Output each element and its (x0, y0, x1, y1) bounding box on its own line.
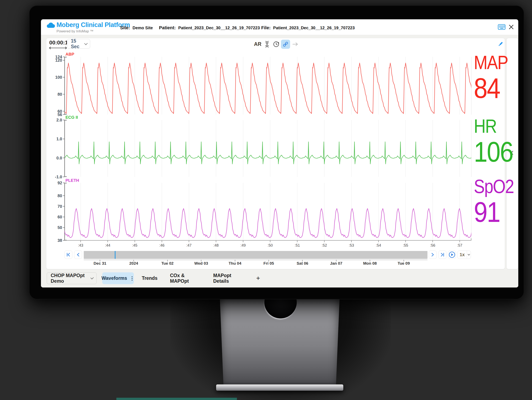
pleth-label: PLETH (65, 178, 79, 183)
timeline-label: Wed 03 (194, 261, 208, 266)
abp-chart: 124120100806056ABP (55, 52, 473, 117)
svg-text::45: :45 (132, 243, 137, 247)
play-icon (449, 251, 455, 258)
vital-map-label: MAP (474, 53, 508, 72)
speed-caret (467, 251, 471, 259)
svg-text::44: :44 (105, 243, 110, 247)
chevron-left-icon (76, 253, 80, 257)
tab-mapopt-details[interactable]: MAPopt Details (213, 272, 243, 284)
tab-cox-mapopt[interactable]: COx & MAPOpt (170, 272, 199, 284)
svg-text::57: :57 (457, 243, 462, 247)
svg-text:-1.0: -1.0 (55, 175, 62, 179)
tab-mapopt-details-label: MAPopt Details (213, 273, 243, 284)
vital-map: MAP 84 (474, 53, 508, 102)
dataset-selector-value: CHOP MAPOpt Demo (51, 273, 91, 284)
timeline-label: Tue 09 (398, 261, 410, 266)
playback-speed-value: 1x (458, 251, 467, 259)
svg-text::47: :47 (186, 243, 192, 247)
x-axis: :43:44:45:46:47:48:49:50:51:52:53:54:55:… (65, 238, 471, 247)
svg-text:56: 56 (57, 112, 62, 117)
vital-hr-value: 106 (474, 137, 513, 166)
ecg-label: ECG II (65, 115, 78, 120)
add-tab-button[interactable]: + (254, 272, 262, 284)
svg-text:80: 80 (57, 193, 62, 198)
svg-text:60: 60 (57, 215, 62, 219)
waveform-canvas[interactable]: 124120100806056ABP2.01.00.0-1.0ECG II928… (0, 0, 532, 400)
svg-text::49: :49 (241, 243, 246, 247)
pleth-waveform (63, 209, 473, 238)
playback-speed-button[interactable]: 1x (457, 251, 471, 259)
timeline-label: Tue 02 (161, 261, 173, 266)
svg-text:70: 70 (57, 204, 62, 209)
svg-text:120: 120 (55, 58, 62, 62)
pleth-chart: 928070605038PLETH (57, 178, 473, 243)
svg-text::46: :46 (159, 243, 164, 247)
add-tab-label: + (256, 274, 260, 282)
svg-text::54: :54 (376, 243, 381, 247)
tab-waveforms-label: Waveforms (101, 276, 127, 281)
svg-text:100: 100 (55, 75, 62, 80)
svg-text:50: 50 (57, 225, 62, 230)
vital-spo2: SpO2 91 (474, 177, 514, 226)
timeline-scrollbar[interactable] (84, 251, 427, 259)
tab-trends[interactable]: Trends (137, 272, 162, 284)
abp-waveform (63, 63, 473, 114)
svg-text::55: :55 (403, 243, 408, 247)
timeline-label: Fri 05 (264, 261, 274, 266)
skip-to-end-button[interactable] (438, 251, 446, 259)
timeline-label: Mon 08 (363, 261, 377, 266)
tab-trends-label: Trends (142, 276, 157, 281)
svg-text::43: :43 (78, 243, 83, 247)
svg-text:80: 80 (57, 92, 62, 97)
tab-waveforms[interactable]: Waveforms ⋮ (102, 272, 134, 284)
svg-text::51: :51 (295, 243, 300, 247)
svg-text:2.0: 2.0 (56, 118, 62, 122)
timeline-label: Thu 04 (228, 261, 241, 266)
timeline-axis (84, 260, 427, 260)
tab-cox-mapopt-label: COx & MAPOpt (170, 273, 199, 284)
vital-map-value: 84 (474, 74, 508, 102)
svg-text::52: :52 (322, 243, 327, 247)
step-forward-button[interactable] (429, 251, 437, 259)
scene: Moberg Clinical Platform Powered by Info… (0, 0, 532, 400)
svg-text::53: :53 (349, 243, 354, 247)
svg-text:1.0: 1.0 (56, 137, 62, 141)
step-back-button[interactable] (74, 251, 82, 259)
vital-spo2-value: 91 (474, 198, 514, 226)
ecg-chart: 2.01.00.0-1.0ECG II (55, 115, 473, 179)
timeline-position-marker[interactable] (115, 251, 115, 259)
chevron-down-icon (468, 253, 470, 255)
chevron-right-icon (431, 253, 435, 257)
svg-text:38: 38 (57, 238, 62, 243)
svg-text:92: 92 (57, 181, 62, 185)
timeline-label: 2024 (129, 261, 138, 266)
vital-hr: HR 106 (474, 117, 513, 166)
timeline-label: Sat 06 (297, 261, 308, 266)
skip-end-icon (440, 253, 444, 257)
ecg-waveform (63, 142, 473, 164)
dataset-selector[interactable]: CHOP MAPOpt Demo (47, 272, 97, 284)
skip-to-start-button[interactable] (64, 251, 72, 259)
svg-text::56: :56 (430, 243, 435, 247)
timeline-label: Dec 31 (94, 261, 106, 266)
timeline-label: Jan 07 (330, 261, 342, 266)
svg-text::50: :50 (268, 243, 273, 247)
tab-menu-dots-icon[interactable]: ⋮ (130, 276, 135, 281)
svg-text::48: :48 (213, 243, 219, 247)
skip-start-icon (66, 253, 70, 257)
svg-text:0.0: 0.0 (56, 156, 62, 160)
abp-label: ABP (65, 52, 74, 56)
vital-spo2-label: SpO2 (474, 177, 514, 196)
vital-hr-label: HR (474, 117, 513, 136)
play-button[interactable] (448, 251, 456, 259)
